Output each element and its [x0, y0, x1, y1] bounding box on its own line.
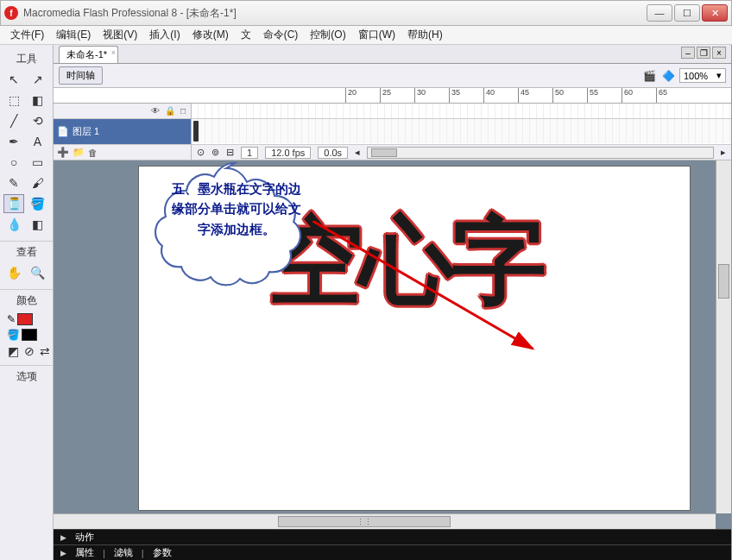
- layer-icon: 📄: [57, 126, 69, 137]
- eye-icon[interactable]: 👁: [151, 106, 160, 116]
- expand-icon: ▶: [60, 533, 66, 542]
- ruler-tick: 40: [483, 88, 495, 104]
- zoom-tool[interactable]: 🔍: [28, 263, 48, 282]
- timeline-ruler[interactable]: 20 25 30 35 40 45 50 55 60 65: [54, 88, 731, 104]
- layer-row[interactable]: 📄 图层 1: [54, 119, 191, 144]
- menu-control[interactable]: 控制(O): [305, 26, 350, 44]
- actions-label: 动作: [75, 531, 94, 544]
- scroll-left-icon[interactable]: ◂: [355, 147, 360, 158]
- ruler-tick: 50: [552, 88, 564, 104]
- menu-file[interactable]: 文件(F): [5, 26, 49, 44]
- new-folder-icon[interactable]: 📁: [73, 147, 85, 158]
- ink-bottle-tool[interactable]: 🫙: [3, 194, 24, 213]
- no-color-icon[interactable]: ⊘: [23, 344, 35, 358]
- stage-area: 空心字 五、墨水瓶在文字的边缘部分单击就可以给文字添加边框。 ⋮⋮: [54, 160, 731, 529]
- fill-bucket-icon: 🪣: [7, 329, 20, 341]
- lock-icon[interactable]: 🔒: [165, 106, 175, 116]
- document-tab[interactable]: 未命名-1* ×: [59, 46, 118, 63]
- doc-minimize-button[interactable]: –: [681, 47, 695, 59]
- delete-layer-icon[interactable]: 🗑: [88, 148, 98, 158]
- menu-edit[interactable]: 编辑(E): [51, 26, 96, 44]
- options-label: 选项: [0, 366, 53, 386]
- workspace: 未命名-1* × – ❐ × 时间轴 🎬 🔷 100%▾ 20 25: [54, 45, 731, 560]
- fill-color-swatch[interactable]: [22, 329, 37, 341]
- menu-modify[interactable]: 修改(M): [187, 26, 234, 44]
- layer-name: 图层 1: [73, 125, 99, 138]
- frames-area[interactable]: ⊙ ⊚ ⊟ 1 12.0 fps 0.0s ◂ ▸: [192, 104, 731, 160]
- lasso-tool[interactable]: ⟲: [28, 111, 48, 130]
- default-colors-icon[interactable]: ◩: [7, 344, 20, 358]
- timeline-toolbar: 时间轴 🎬 🔷 100%▾: [54, 64, 731, 88]
- scroll-right-icon[interactable]: ▸: [721, 147, 726, 158]
- tab-close-icon[interactable]: ×: [111, 48, 116, 57]
- scene-icon[interactable]: 🎬: [641, 69, 657, 83]
- free-transform-tool[interactable]: ⬚: [3, 91, 24, 110]
- pen-tool[interactable]: ✒: [3, 132, 24, 151]
- expand-icon: ▶: [60, 549, 66, 557]
- filters-label: 滤镜: [114, 546, 133, 559]
- line-tool[interactable]: ╱: [3, 111, 24, 130]
- doc-restore-button[interactable]: ❐: [697, 47, 710, 59]
- rectangle-tool[interactable]: ▭: [28, 153, 48, 172]
- properties-label: 属性: [75, 546, 94, 559]
- hand-tool[interactable]: ✋: [3, 263, 24, 282]
- selection-tool[interactable]: ↖: [3, 70, 24, 89]
- callout-text: 五、墨水瓶在文字的边缘部分单击就可以给文字添加边框。: [167, 179, 306, 240]
- frames-scrollbar[interactable]: [367, 147, 714, 159]
- edit-multi-icon[interactable]: ⊟: [226, 147, 234, 158]
- horizontal-scrollbar[interactable]: ⋮⋮: [54, 513, 716, 529]
- toolbox: 工具 ↖ ↗ ⬚ ◧ ╱ ⟲ ✒ A ○ ▭ ✎ 🖌 🫙 🪣 💧 ◧ 查看 ✋ …: [0, 45, 54, 560]
- symbol-icon[interactable]: 🔷: [660, 69, 676, 83]
- oval-tool[interactable]: ○: [3, 153, 24, 172]
- zoom-value: 100%: [684, 71, 708, 81]
- keyframe[interactable]: [193, 121, 199, 142]
- view-label: 查看: [0, 242, 53, 261]
- fps-display: 12.0 fps: [265, 147, 311, 159]
- colors-label: 颜色: [0, 290, 53, 310]
- brush-tool[interactable]: 🖌: [28, 173, 48, 192]
- maximize-button[interactable]: ☐: [674, 4, 700, 22]
- ruler-tick: 25: [380, 88, 391, 104]
- paint-bucket-tool[interactable]: 🪣: [28, 194, 48, 213]
- document-tab-bar: 未命名-1* × – ❐ ×: [54, 45, 731, 64]
- menu-window[interactable]: 窗口(W): [353, 26, 401, 44]
- ruler-tick: 20: [345, 88, 357, 104]
- scrollbar-thumb[interactable]: ⋮⋮: [278, 516, 451, 527]
- tools-label: 工具: [0, 48, 53, 68]
- onion-skin-icon[interactable]: ⊙: [197, 147, 205, 158]
- eraser-tool[interactable]: ◧: [28, 215, 48, 234]
- menu-view[interactable]: 视图(V): [98, 26, 142, 44]
- vertical-scrollbar[interactable]: [716, 160, 731, 513]
- properties-panel-header[interactable]: ▶ 属性 | 滤镜 | 参数: [54, 544, 731, 560]
- actions-panel-header[interactable]: ▶ 动作: [54, 529, 731, 544]
- stroke-color-swatch[interactable]: [17, 313, 33, 325]
- doc-close-button[interactable]: ×: [712, 47, 726, 59]
- subselect-tool[interactable]: ↗: [28, 70, 48, 89]
- gradient-tool[interactable]: ◧: [28, 91, 48, 110]
- chevron-down-icon: ▾: [716, 70, 722, 81]
- current-frame: 1: [241, 147, 258, 159]
- ruler-tick: 65: [656, 88, 667, 104]
- menu-bar: 文件(F) 编辑(E) 视图(V) 插入(I) 修改(M) 文 命令(C) 控制…: [0, 26, 732, 45]
- timeline-button[interactable]: 时间轴: [59, 66, 103, 85]
- menu-insert[interactable]: 插入(I): [144, 26, 185, 44]
- onion-outline-icon[interactable]: ⊚: [211, 147, 219, 158]
- bottom-panels: ▶ 动作 ▶ 属性 | 滤镜 | 参数: [54, 529, 731, 560]
- menu-help[interactable]: 帮助(H): [402, 26, 448, 44]
- outline-icon[interactable]: □: [180, 106, 186, 116]
- ruler-tick: 30: [414, 88, 426, 104]
- new-layer-icon[interactable]: ➕: [57, 147, 69, 158]
- pencil-tool[interactable]: ✎: [3, 173, 24, 192]
- title-bar: f Macromedia Flash Professional 8 - [未命名…: [0, 0, 732, 26]
- text-tool[interactable]: A: [28, 132, 48, 151]
- ruler-tick: 35: [449, 88, 460, 104]
- eyedropper-tool[interactable]: 💧: [3, 215, 24, 234]
- menu-text[interactable]: 文: [236, 26, 256, 44]
- zoom-selector[interactable]: 100%▾: [679, 68, 726, 83]
- minimize-button[interactable]: —: [647, 4, 672, 22]
- timeline-panel: 👁 🔒 □ 📄 图层 1 ➕ 📁 🗑 ⊙: [54, 104, 731, 160]
- swap-colors-icon[interactable]: ⇄: [39, 344, 51, 358]
- menu-commands[interactable]: 命令(C): [258, 26, 304, 44]
- window-title: Macromedia Flash Professional 8 - [未命名-1…: [23, 6, 647, 21]
- close-button[interactable]: ✕: [702, 4, 728, 22]
